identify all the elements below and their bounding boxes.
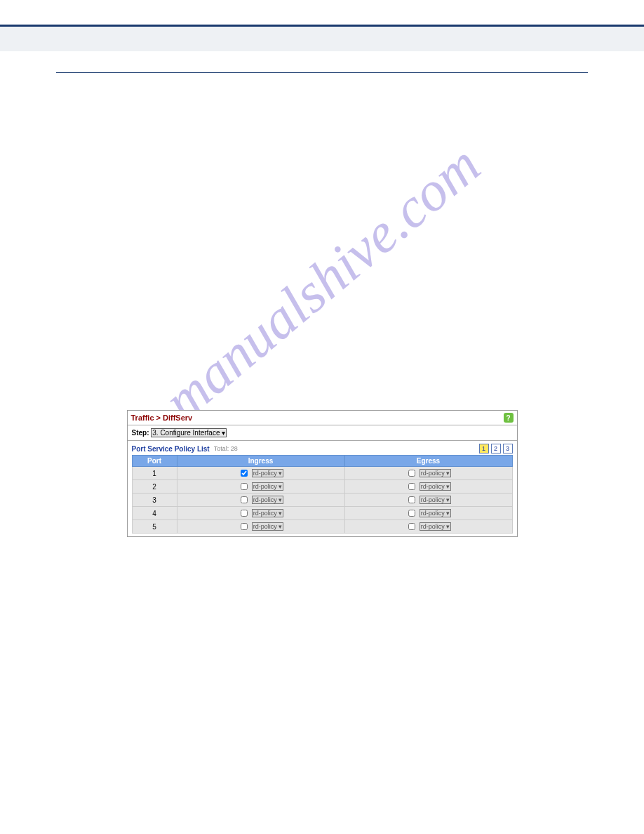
table-row: 1rd-policy ▾rd-policy ▾: [132, 467, 512, 480]
egress-checkbox[interactable]: [408, 523, 415, 530]
cell-egress: rd-policy ▾: [344, 520, 512, 534]
watermark-text: manualshive.com: [152, 132, 492, 432]
page-1[interactable]: 1: [479, 444, 489, 454]
cell-egress: rd-policy ▾: [344, 494, 512, 507]
ingress-checkbox[interactable]: [241, 510, 248, 517]
cell-egress: rd-policy ▾: [344, 507, 512, 520]
ingress-policy-select[interactable]: rd-policy ▾: [252, 482, 284, 491]
cell-ingress: rd-policy ▾: [177, 494, 344, 507]
ingress-policy-select[interactable]: rd-policy ▾: [252, 469, 284, 477]
help-icon[interactable]: ?: [504, 413, 514, 423]
egress-checkbox[interactable]: [408, 483, 415, 490]
cell-port: 3: [132, 494, 177, 507]
cell-egress: rd-policy ▾: [344, 467, 512, 480]
header-grey-bar: [0, 27, 644, 51]
cell-ingress: rd-policy ▾: [177, 467, 344, 480]
table-row: 3rd-policy ▾rd-policy ▾: [132, 494, 512, 507]
ingress-checkbox[interactable]: [241, 483, 248, 490]
list-total: Total: 28: [214, 445, 238, 452]
egress-policy-select[interactable]: rd-policy ▾: [420, 496, 452, 504]
egress-checkbox[interactable]: [408, 510, 415, 517]
cell-egress: rd-policy ▾: [344, 480, 512, 494]
egress-policy-select[interactable]: rd-policy ▾: [420, 469, 452, 477]
step-select[interactable]: 3. Configure Interface ▾: [151, 428, 227, 437]
cell-ingress: rd-policy ▾: [177, 520, 344, 534]
step-label: Step:: [132, 429, 149, 437]
list-title: Port Service Policy List: [132, 445, 210, 453]
ingress-checkbox[interactable]: [241, 470, 248, 477]
egress-policy-select[interactable]: rd-policy ▾: [420, 509, 452, 517]
breadcrumb: Traffic > DiffServ: [131, 413, 193, 422]
cell-ingress: rd-policy ▾: [177, 507, 344, 520]
col-port: Port: [132, 456, 177, 467]
cell-ingress: rd-policy ▾: [177, 480, 344, 494]
ingress-policy-select[interactable]: rd-policy ▾: [252, 509, 284, 517]
cell-port: 5: [132, 520, 177, 534]
ingress-policy-select[interactable]: rd-policy ▾: [252, 496, 284, 504]
egress-checkbox[interactable]: [408, 470, 415, 477]
cell-port: 2: [132, 480, 177, 494]
section-divider: [56, 72, 588, 73]
col-ingress: Ingress: [177, 456, 344, 467]
ingress-checkbox[interactable]: [241, 523, 248, 530]
cell-port: 4: [132, 507, 177, 520]
col-egress: Egress: [344, 456, 512, 467]
page-3[interactable]: 3: [503, 444, 513, 454]
diffserv-screenshot: Traffic > DiffServ ? Step: 3. Configure …: [127, 410, 518, 537]
egress-checkbox[interactable]: [408, 496, 415, 503]
egress-policy-select[interactable]: rd-policy ▾: [420, 482, 452, 491]
ingress-checkbox[interactable]: [241, 496, 248, 503]
table-row: 5rd-policy ▾rd-policy ▾: [132, 520, 512, 534]
cell-port: 1: [132, 467, 177, 480]
table-row: 2rd-policy ▾rd-policy ▾: [132, 480, 512, 494]
table-row: 4rd-policy ▾rd-policy ▾: [132, 507, 512, 520]
egress-policy-select[interactable]: rd-policy ▾: [420, 522, 452, 531]
page-2[interactable]: 2: [491, 444, 501, 454]
pagination: 1 2 3: [479, 444, 513, 454]
port-policy-table: Port Ingress Egress 1rd-policy ▾rd-polic…: [132, 455, 513, 534]
ingress-policy-select[interactable]: rd-policy ▾: [252, 522, 284, 531]
